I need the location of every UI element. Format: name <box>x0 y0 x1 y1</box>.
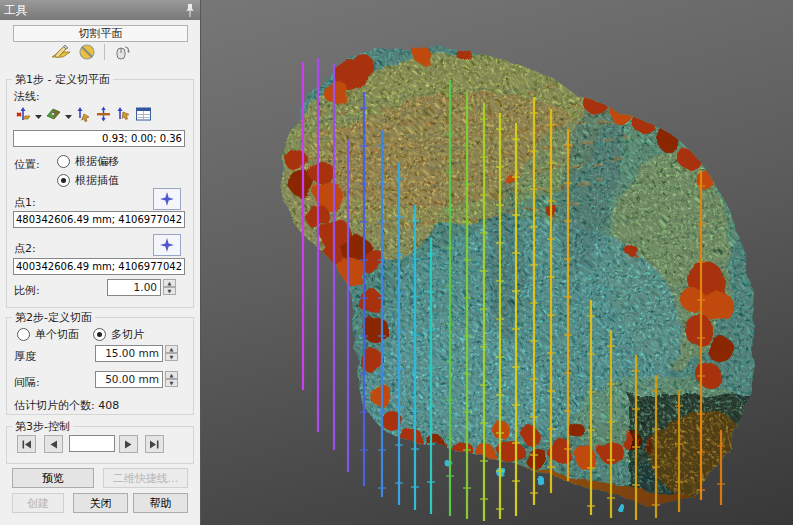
spacing-spinner: 50.00 mm ▲ ▼ <box>95 371 178 388</box>
radio-by-interpolation-label: 根据插值 <box>75 173 119 188</box>
step2-group: 第2步-定义切面 单个切面 多切片 厚度 15.00 mm ▲ ▼ 间隔: 50… <box>6 317 194 415</box>
mouse-rotate-icon[interactable] <box>111 42 133 62</box>
thickness-label: 厚度 <box>14 349 36 364</box>
estimated-slices: 估计切片的个数: 408 <box>14 398 119 413</box>
radio-dot <box>57 155 70 168</box>
tool-panel: 工具 切割平面 <box>0 0 200 525</box>
first-slice-icon <box>22 440 31 449</box>
spacing-up-icon[interactable]: ▲ <box>165 371 178 379</box>
step2-legend: 第2步-定义切面 <box>12 310 95 325</box>
point1-pick-button[interactable] <box>153 188 181 210</box>
step1-legend: 第1步 - 定义切平面 <box>12 72 113 87</box>
point2-pick-button[interactable] <box>153 234 181 256</box>
axis-hand-pick-icon[interactable] <box>115 106 132 125</box>
normal-value-input[interactable] <box>13 130 185 147</box>
preview-button[interactable]: 预览 <box>12 468 94 488</box>
viewport[interactable] <box>200 0 793 525</box>
spacing-label: 间隔: <box>14 375 40 390</box>
radio-by-interpolation[interactable]: 根据插值 <box>57 173 119 188</box>
app-window: 工具 切割平面 <box>0 0 793 525</box>
slice-index-input[interactable] <box>69 435 115 452</box>
first-slice-button[interactable] <box>17 435 36 453</box>
last-slice-button[interactable] <box>145 435 164 453</box>
last-slice-icon <box>150 440 159 449</box>
thickness-spinner: 15.00 mm ▲ ▼ <box>95 345 178 362</box>
flip-normal-icon[interactable] <box>95 106 112 125</box>
pointcloud-canvas[interactable] <box>201 0 793 525</box>
radio-single-section[interactable]: 单个切面 <box>17 327 79 342</box>
crosshair-star-icon <box>160 238 174 252</box>
numeric-entry-icon[interactable] <box>135 106 152 125</box>
panel-title: 工具 <box>4 3 184 18</box>
scale-down-icon[interactable]: ▼ <box>163 287 176 295</box>
radio-single-label: 单个切面 <box>35 327 79 342</box>
spacing-down-icon[interactable]: ▼ <box>165 379 178 387</box>
prev-slice-button[interactable] <box>44 435 63 453</box>
panel-titlebar: 工具 <box>0 0 200 20</box>
crosshair-star-icon <box>160 192 174 206</box>
axes-pick-icon[interactable] <box>15 106 32 125</box>
position-label: 位置: <box>14 157 40 172</box>
panel-header: 切割平面 <box>13 25 188 42</box>
thickness-down-icon[interactable]: ▼ <box>165 353 178 361</box>
thickness-value[interactable]: 15.00 mm <box>95 345 163 362</box>
scale-value[interactable]: 1.00 <box>107 279 161 296</box>
radio-by-offset[interactable]: 根据偏移 <box>57 154 119 169</box>
normal-icon-row <box>15 106 152 125</box>
radio-by-offset-label: 根据偏移 <box>75 154 119 169</box>
plane-pick-dropdown-icon[interactable] <box>65 109 72 123</box>
radio-dot <box>17 328 30 341</box>
spacing-value[interactable]: 50.00 mm <box>95 371 163 388</box>
step3-group: 第3步-控制 <box>6 426 194 464</box>
pin-icon[interactable] <box>184 3 196 18</box>
polyline2d-button[interactable]: 二维快捷线... <box>103 468 188 488</box>
scale-label: 比例: <box>14 283 40 298</box>
step1-group: 第1步 - 定义切平面 法线: <box>6 79 194 308</box>
radio-multi-slices[interactable]: 多切片 <box>93 327 144 342</box>
disable-plane-icon[interactable] <box>76 42 98 62</box>
point2-label: 点2: <box>14 241 36 256</box>
toolbar-separator <box>104 44 105 60</box>
point2-value-input[interactable] <box>13 258 185 275</box>
prev-slice-icon <box>50 440 57 449</box>
scale-up-icon[interactable]: ▲ <box>163 279 176 287</box>
estimated-slices-value: 408 <box>98 399 119 412</box>
point1-value-input[interactable] <box>13 211 185 228</box>
point1-label: 点1: <box>14 195 36 210</box>
next-slice-icon <box>125 440 132 449</box>
create-button[interactable]: 创建 <box>12 493 64 513</box>
radio-dot <box>93 328 106 341</box>
scale-spinner: 1.00 ▲ ▼ <box>107 279 176 296</box>
step3-legend: 第3步-控制 <box>12 419 73 434</box>
arrow-hand-pick-icon[interactable] <box>75 106 92 125</box>
normal-label: 法线: <box>14 89 40 104</box>
panel-toolbar <box>50 41 133 63</box>
estimated-slices-label: 估计切片的个数: <box>14 399 95 412</box>
thickness-up-icon[interactable]: ▲ <box>165 345 178 353</box>
close-button[interactable]: 关闭 <box>73 493 128 513</box>
edit-plane-icon[interactable] <box>50 42 72 62</box>
radio-multi-label: 多切片 <box>111 327 144 342</box>
next-slice-button[interactable] <box>119 435 138 453</box>
radio-dot <box>57 174 70 187</box>
plane-pick-icon[interactable] <box>45 106 62 125</box>
axes-pick-dropdown-icon[interactable] <box>35 109 42 123</box>
help-button[interactable]: 帮助 <box>133 493 188 513</box>
